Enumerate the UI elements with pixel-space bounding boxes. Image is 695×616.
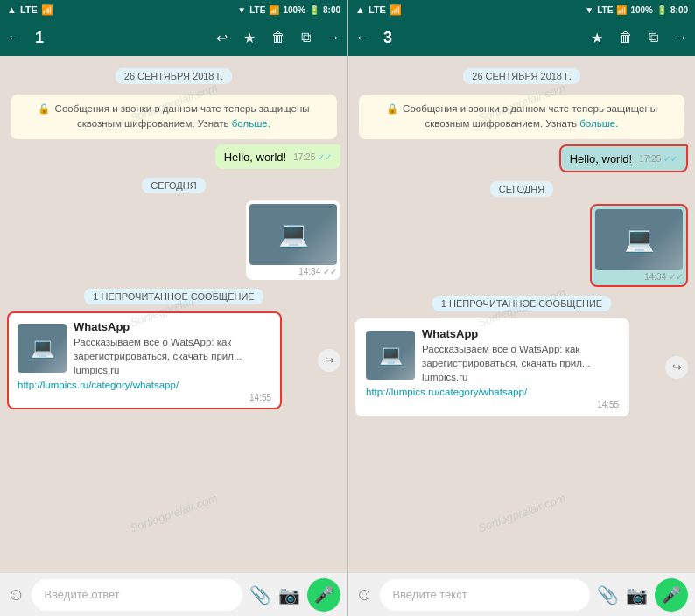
battery-icon-r: 🔋 <box>656 5 667 15</box>
security-text-right: Сообщения и звонки в данном чате теперь … <box>403 103 657 129</box>
battery-label-r: 100% <box>630 5 653 15</box>
unread-separator-left: 1 НЕПРОЧИТАННОЕ СООБЩЕНИЕ <box>84 289 263 304</box>
img-time-right: 14:34 ✓✓ <box>595 270 683 282</box>
lock-icon-r: 🔒 <box>386 103 398 114</box>
wa-title-right: WhatsApp <box>422 327 619 340</box>
bubble-time-hello-left: 17:25 ✓✓ <box>293 151 332 164</box>
status-bar-right: ▲ LTE 📶 ▼ LTE 📶 100% 🔋 8:00 <box>348 0 695 19</box>
bubble-hello-left: Hello, world! 17:25 ✓✓ <box>215 144 340 169</box>
status-bar-right-left-info: ▲ LTE 📶 <box>355 4 402 16</box>
chat-area-left: 26 СЕНТЯБРЯ 2018 Г. 🔒 Сообщения и звонки… <box>0 56 348 572</box>
selection-count: 1 <box>35 29 53 47</box>
emoji-icon-left[interactable]: ☺ <box>7 584 25 605</box>
img-check-right: ✓✓ <box>669 272 683 282</box>
input-bar-right: ☺ Введите текст 📎 📷 🎤 <box>348 572 695 616</box>
wa-title-left: WhatsApp <box>74 320 271 333</box>
status-bar-right-info: ▼ LTE 📶 100% 🔋 8:00 <box>237 5 340 15</box>
wa-card-text-right: WhatsApp Рассказываем все о WatsApp: как… <box>422 327 619 384</box>
input-placeholder-right: Введите текст <box>392 588 467 601</box>
signal-icon-r: ▲ <box>355 4 365 15</box>
input-field-left[interactable]: Введите ответ <box>32 579 242 611</box>
share-icon-right[interactable]: ↪ <box>665 356 688 379</box>
today-separator-left: СЕГОДНЯ <box>142 178 205 193</box>
img-thumb-left: 💻 <box>249 204 337 265</box>
wa-card-row-left: 💻 WhatsApp Рассказываем все о WatsApp: к… <box>7 312 340 410</box>
forward-icon[interactable]: → <box>326 30 340 46</box>
time-label-r: 8:00 <box>670 5 688 15</box>
mic-button-right[interactable]: 🎤 <box>655 578 688 612</box>
lock-icon: 🔒 <box>38 103 50 114</box>
bubble-hello-right: Hello, world! 17:25 ✓✓ <box>559 144 688 172</box>
wa-time-left: 14:55 <box>18 393 271 402</box>
star-icon[interactable]: ★ <box>243 30 256 46</box>
unread-separator-right: 1 НЕПРОЧИТАННОЕ СООБЩЕНИЕ <box>432 296 611 312</box>
msg-row-hello-right: Hello, world! 17:25 ✓✓ <box>355 144 688 172</box>
copy-icon-r[interactable]: ⧉ <box>649 30 658 46</box>
wa-card-text-left: WhatsApp Рассказываем все о WatsApp: как… <box>74 320 271 377</box>
lte-label-r: LTE <box>369 4 386 15</box>
delete-icon-r[interactable]: 🗑 <box>619 30 633 46</box>
img-check-left: ✓✓ <box>323 267 337 276</box>
action-icons: ↩ ★ 🗑 ⧉ → <box>216 30 340 46</box>
delete-icon[interactable]: 🗑 <box>271 30 285 46</box>
back-button-r[interactable]: ← <box>355 30 369 46</box>
forward-icon-r[interactable]: → <box>674 30 688 46</box>
action-bar-right: ← 3 ★ 🗑 ⧉ → <box>348 19 695 56</box>
time-label: 8:00 <box>323 5 340 15</box>
signal-bars2-r: 📶 <box>616 5 627 15</box>
wa-link-right[interactable]: http://lumpics.ru/category/whatsapp/ <box>366 387 527 397</box>
security-text-left: Сообщения и звонки в данном чате теперь … <box>55 103 310 129</box>
wifi-icon: ▼ <box>237 5 246 15</box>
signal-bars-r: 📶 <box>390 4 402 16</box>
wa-link-left[interactable]: http://lumpics.ru/category/whatsapp/ <box>18 380 179 390</box>
wa-card-right: 💻 WhatsApp Рассказываем все о WatsApp: к… <box>355 318 629 416</box>
check-icon-left: ✓✓ <box>318 152 332 162</box>
battery-label: 100% <box>283 5 305 15</box>
img-msg-row-right: 💻 14:34 ✓✓ <box>355 204 688 287</box>
msg-row-hello-left: Hello, world! 17:25 ✓✓ <box>7 144 340 169</box>
signal-bars2: 📶 <box>269 5 279 15</box>
left-panel: ▲ LTE 📶 ▼ LTE 📶 100% 🔋 8:00 ← 1 ↩ ★ 🗑 ⧉ <box>0 0 348 616</box>
learn-more-left[interactable]: больше. <box>232 118 270 129</box>
wa-body-right: Рассказываем все о WatsApp: как зарегист… <box>422 342 619 384</box>
status-bar-left-info: ▲ LTE 📶 <box>7 4 53 16</box>
back-button[interactable]: ← <box>7 30 21 46</box>
share-icon-left[interactable]: ↪ <box>318 349 340 372</box>
camera-icon-right[interactable]: 📷 <box>626 584 648 606</box>
signal-bars: 📶 <box>41 4 53 16</box>
wa-card-inner-right: 💻 WhatsApp Рассказываем все о WatsApp: к… <box>366 327 619 384</box>
date-separator-right: 26 СЕНТЯБРЯ 2018 Г. <box>463 68 579 84</box>
learn-more-right[interactable]: больше. <box>579 118 618 129</box>
input-field-right[interactable]: Введите текст <box>380 579 590 611</box>
wa-card-img-right: 💻 <box>366 331 415 380</box>
img-msg-row-left: 💻 14:34 ✓✓ <box>7 200 340 280</box>
status-bar-left: ▲ LTE 📶 ▼ LTE 📶 100% 🔋 8:00 <box>0 0 348 19</box>
bubble-time-hello-right: 17:25 ✓✓ <box>639 153 677 165</box>
copy-icon[interactable]: ⧉ <box>301 30 311 46</box>
status-bar-right-right-info: ▼ LTE 📶 100% 🔋 8:00 <box>585 5 688 15</box>
right-panel: ▲ LTE 📶 ▼ LTE 📶 100% 🔋 8:00 ← 3 ★ 🗑 ⧉ → <box>348 0 695 616</box>
input-placeholder-left: Введите ответ <box>44 588 119 601</box>
lte-label2-r: LTE <box>597 5 613 15</box>
input-bar-left: ☺ Введите ответ 📎 📷 🎤 <box>0 572 348 616</box>
img-bubble-right: 💻 14:34 ✓✓ <box>590 204 688 287</box>
bubble-text-hello-right: Hello, world! <box>570 152 633 165</box>
lte-label2: LTE <box>249 5 265 15</box>
reply-icon[interactable]: ↩ <box>216 30 228 46</box>
date-separator-left: 26 СЕНТЯБРЯ 2018 Г. <box>116 68 232 84</box>
chat-area-right: 26 СЕНТЯБРЯ 2018 Г. 🔒 Сообщения и звонки… <box>348 56 695 572</box>
wa-card-img-left: 💻 <box>18 324 67 373</box>
selection-count-r: 3 <box>383 29 401 47</box>
attach-icon-left[interactable]: 📎 <box>249 584 271 606</box>
mic-button-left[interactable]: 🎤 <box>307 578 340 612</box>
wa-time-right: 14:55 <box>366 400 619 410</box>
star-icon-r[interactable]: ★ <box>591 30 603 46</box>
emoji-icon-right[interactable]: ☺ <box>355 584 373 605</box>
check-icon-right: ✓✓ <box>663 154 677 164</box>
security-notice-right: 🔒 Сообщения и звонки в данном чате тепер… <box>359 94 684 139</box>
img-thumb-right: 💻 <box>595 209 683 270</box>
wa-card-inner-left: 💻 WhatsApp Рассказываем все о WatsApp: к… <box>18 320 271 377</box>
camera-icon-left[interactable]: 📷 <box>278 584 300 606</box>
attach-icon-right[interactable]: 📎 <box>597 584 619 606</box>
wifi-icon-r: ▼ <box>585 5 593 15</box>
